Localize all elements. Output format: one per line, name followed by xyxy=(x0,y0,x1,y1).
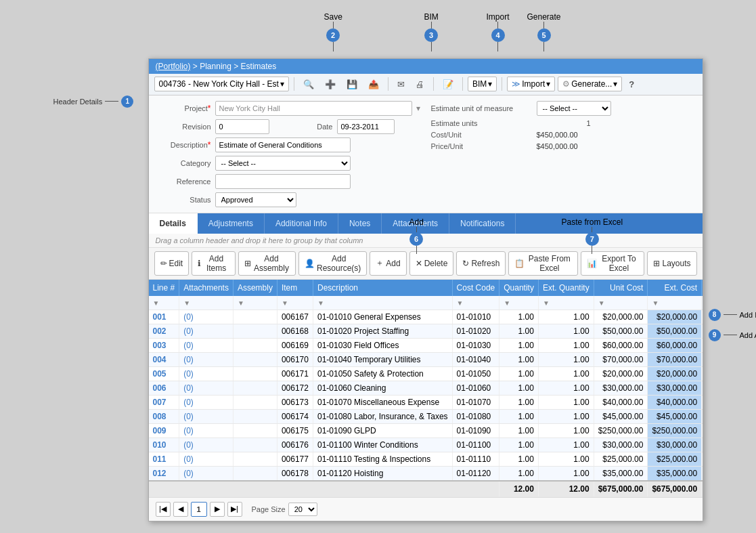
cell-4: 01-01030 Field Offices xyxy=(313,338,452,352)
print-button[interactable]: 🖨 xyxy=(412,77,428,92)
table-row[interactable]: 007(0)00617301-01070 Miscellaneous Expen… xyxy=(149,395,703,409)
date-input[interactable] xyxy=(337,119,395,134)
cell-0: 008 xyxy=(149,409,179,423)
filter-line: ▼ xyxy=(149,296,179,310)
add-callout: Add 6 xyxy=(409,217,424,254)
description-input[interactable] xyxy=(215,137,351,152)
tab-additional-info[interactable]: Additional Info xyxy=(265,213,338,234)
document-title-dropdown[interactable]: 004736 - New York City Hall - Est ▾ xyxy=(154,77,289,91)
cell-9: $30,000.00 xyxy=(648,381,702,395)
add-resource-button[interactable]: 👤 Add Resource(s) xyxy=(298,251,367,276)
cell-4: 01-01120 Hoisting xyxy=(313,466,452,481)
cell-1: (0) xyxy=(179,395,234,409)
generate-dropdown[interactable]: ⚙ Generate... ▾ xyxy=(558,77,622,91)
edit-notes-button[interactable]: 📝 xyxy=(439,77,458,92)
bim-dropdown[interactable]: BIM ▾ xyxy=(468,77,497,91)
data-table: Line # Attachments Assembly Item Descrip… xyxy=(149,280,703,497)
filter-ext-cost: ▼ xyxy=(648,296,702,310)
filter-icon-assembly[interactable]: ▼ xyxy=(238,299,244,307)
refresh-button[interactable]: ↻ Refresh xyxy=(456,251,506,276)
cell-4: 01-01100 Winter Conditions xyxy=(313,438,452,452)
cell-5: 01-01110 xyxy=(452,452,499,466)
new-button[interactable]: ➕ xyxy=(321,77,340,92)
filter-icon-qty[interactable]: ▼ xyxy=(504,299,510,307)
table-row[interactable]: 003(0)00616901-01030 Field Offices01-010… xyxy=(149,338,703,352)
tab-details[interactable]: Details xyxy=(149,213,198,234)
project-input[interactable] xyxy=(215,101,412,116)
export-excel-label: Export To Excel xyxy=(599,254,638,273)
filter-icon-uc[interactable]: ▼ xyxy=(598,299,605,307)
table-row[interactable]: 004(0)00617001-01040 Temporary Utilities… xyxy=(149,352,703,366)
filter-icon-cc[interactable]: ▼ xyxy=(457,299,464,307)
filter-icon-ec[interactable]: ▼ xyxy=(652,299,659,307)
page-first-button[interactable]: |◀ xyxy=(156,502,171,517)
export-excel-button[interactable]: 📊 Export To Excel xyxy=(581,251,644,276)
cell-5: 01-01040 xyxy=(452,352,499,366)
cell-4: 01-01110 Testing & Inspections xyxy=(313,452,452,466)
page-size-select[interactable]: 20 xyxy=(288,503,317,516)
cell-0: 012 xyxy=(149,466,179,481)
revision-input[interactable] xyxy=(215,119,269,134)
cell-0: 010 xyxy=(149,438,179,452)
cell-8: $30,000.00 xyxy=(594,381,648,395)
add-icon: ＋ xyxy=(376,257,384,269)
cell-3: 006176 xyxy=(277,438,313,452)
cell-2 xyxy=(233,423,277,438)
add-assembly-button[interactable]: ⊞ Add Assembly xyxy=(238,251,296,276)
table-row[interactable]: 008(0)00617401-01080 Labor, Insurance, &… xyxy=(149,409,703,423)
generate-badge: 5 xyxy=(537,28,551,42)
cell-3: 006169 xyxy=(277,338,313,352)
table-row[interactable]: 010(0)00617601-01100 Winter Conditions01… xyxy=(149,438,703,452)
add-button[interactable]: ＋ Add xyxy=(370,251,406,276)
cell-6: 1.00 xyxy=(499,352,539,366)
filter-icon-extqty[interactable]: ▼ xyxy=(543,299,550,307)
reference-input[interactable] xyxy=(215,174,351,189)
import-dropdown[interactable]: ≫ Import ▾ xyxy=(507,77,555,91)
cell-2 xyxy=(233,352,277,366)
table-row[interactable]: 009(0)00617501-01090 GLPD01-010901.001.0… xyxy=(149,423,703,438)
save-button[interactable]: 💾 xyxy=(342,77,361,92)
tab-notes[interactable]: Notes xyxy=(338,213,382,234)
delete-label: Delete xyxy=(424,259,448,268)
table-row[interactable]: 002(0)00616801-01020 Project Staffing01-… xyxy=(149,324,703,338)
cell-4: 01-01010 General Expenses xyxy=(313,310,452,324)
cell-3: 006170 xyxy=(277,352,313,366)
delete-button[interactable]: ✕ Delete xyxy=(409,251,454,276)
status-select[interactable]: Approved xyxy=(215,192,296,207)
est-uom-select[interactable]: -- Select -- xyxy=(537,101,611,116)
generate-label: Generate... xyxy=(571,79,612,89)
tab-adjustments[interactable]: Adjustments xyxy=(198,213,265,234)
export-button[interactable]: 📤 xyxy=(364,77,383,92)
page-next-button[interactable]: ▶ xyxy=(210,502,225,517)
mail-button[interactable]: ✉ xyxy=(393,77,409,92)
cell-8: $45,000.00 xyxy=(594,409,648,423)
table-row[interactable]: 001(0)00616701-01010 General Expenses01-… xyxy=(149,310,703,324)
filter-icon-item[interactable]: ▼ xyxy=(282,299,288,307)
edit-button[interactable]: ✏ Edit xyxy=(154,251,190,276)
breadcrumb-portfolio[interactable]: (Portfolio) xyxy=(156,62,191,71)
filter-icon-line[interactable]: ▼ xyxy=(153,299,160,307)
filter-icon-attach[interactable]: ▼ xyxy=(183,299,190,307)
save-badge: 2 xyxy=(326,28,340,42)
page-last-button[interactable]: ▶| xyxy=(227,502,242,517)
cell-9: $250,000.00 xyxy=(648,423,702,438)
layouts-button[interactable]: ⊞ Layouts xyxy=(647,251,696,276)
cell-10: $45,000.00 xyxy=(702,409,703,423)
cell-8: $60,000.00 xyxy=(594,338,648,352)
table-row[interactable]: 005(0)00617101-01050 Safety & Protection… xyxy=(149,366,703,381)
search-button[interactable]: 🔍 xyxy=(299,77,318,92)
add-items-annotation: 8 Add Items xyxy=(709,309,757,321)
table-row[interactable]: 006(0)00617201-01060 Cleaning01-010601.0… xyxy=(149,381,703,395)
paste-excel-button[interactable]: 📋 Paste From Excel xyxy=(508,251,578,276)
tab-notifications[interactable]: Notifications xyxy=(449,213,516,234)
cell-9: $35,000.00 xyxy=(648,466,702,481)
page-prev-button[interactable]: ◀ xyxy=(173,502,188,517)
table-row[interactable]: 012(0)00617801-01120 Hoisting01-011201.0… xyxy=(149,466,703,481)
table-row[interactable]: 011(0)00617701-01110 Testing & Inspectio… xyxy=(149,452,703,466)
filter-icon-desc[interactable]: ▼ xyxy=(317,299,324,307)
cell-2 xyxy=(233,310,277,324)
help-button[interactable]: ? xyxy=(625,77,638,92)
add-items-button[interactable]: ℹ Add Items xyxy=(192,251,236,276)
category-select[interactable]: -- Select -- xyxy=(215,156,351,171)
cell-7: 1.00 xyxy=(538,381,594,395)
